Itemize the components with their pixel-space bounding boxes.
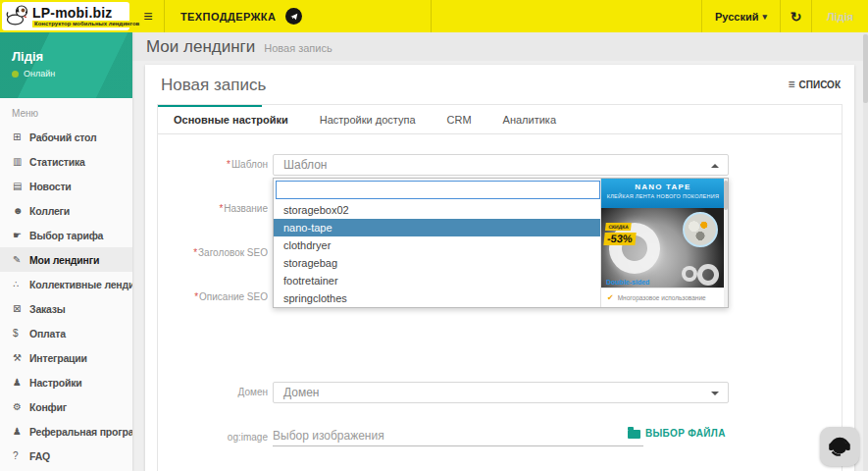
tools-icon: ⚒ [13,352,29,363]
header-username[interactable]: Лідія [811,0,868,32]
active-tab-indicator [158,105,262,107]
tab-main-settings[interactable]: Основные настройки [158,114,304,126]
sidebar-item-faq[interactable]: ?FAQ [0,444,132,468]
template-option[interactable]: footretainer [274,272,601,289]
banner-product-image: СКИДКА -53% Double-sided [601,208,725,288]
domain-select[interactable]: Домен [273,382,729,403]
sidebar-item-payment[interactable]: $Оплата [0,321,132,345]
language-selector[interactable]: Русский ▾ [701,0,780,32]
sidebar-item-integrations[interactable]: ⚒Интеграции [0,345,132,370]
template-option[interactable]: storagebag [274,254,601,272]
template-option[interactable]: clothdryer [274,236,601,254]
brand-name: LP-mobi.biz [32,6,141,21]
page-title: Новая запись [161,76,266,95]
folder-icon [628,430,640,439]
bar-chart-icon: ▥ [13,156,29,167]
users-icon: ☻ [13,205,29,216]
sidebar-item-config[interactable]: ⚙Конфиг [0,394,132,419]
breadcrumb-current: Новая запись [264,42,332,54]
template-option-selected[interactable]: nano-tape [274,219,601,236]
sidebar-user-panel: Лідія Онлайн [0,32,132,98]
nano-tape-banner: NANO TAPE КЛЕЙКАЯ ЛЕНТА НОВОГО ПОКОЛЕНИЯ… [601,179,725,307]
domain-field-label: Домен [158,387,268,397]
sidebar-item-colleagues[interactable]: ☻Коллеги [0,198,132,223]
required-asterisk: * [194,291,198,302]
banner-caption: Double-sided [606,279,649,286]
sidebar-item-settings[interactable]: ♟Настройки [0,370,132,394]
seo-title-field-label: *Заголовок SEO [158,247,268,258]
tab-analytics[interactable]: Аналитика [487,114,572,126]
support-chat-button[interactable] [820,427,859,466]
support-label: ТЕХПОДДЕРЖКА [180,11,276,23]
preview-scrollbar[interactable] [724,179,728,307]
list-button[interactable]: ≡ СПИСОК [789,78,841,91]
choose-file-button[interactable]: ВЫБОР ФАЙЛА [628,428,726,439]
inset-photo [683,212,718,247]
template-preview: NANO TAPE КЛЕЙКАЯ ЛЕНТА НОВОГО ПОКОЛЕНИЯ… [600,179,728,307]
template-option[interactable]: springclothes [274,289,601,307]
sidebar-item-my-landings[interactable]: ✎Мои лендинги [0,247,132,272]
desktop-icon: ⊞ [13,131,29,142]
sidebar: Лідія Онлайн Меню ⊞Рабочий стол ▥Статист… [0,32,132,471]
sidebar-item-orders[interactable]: ⊠Заказы [0,296,132,321]
sidebar-item-statistics[interactable]: ▥Статистика [0,149,132,174]
logo[interactable]: LP-mobi.biz Конструктор мобильных лендин… [2,2,129,30]
top-bar: LP-mobi.biz Конструктор мобильных лендин… [0,0,868,32]
pencil-icon: ✎ [13,254,29,265]
banner-subtitle: КЛЕЙКАЯ ЛЕНТА НОВОГО ПОКОЛЕНИЯ [601,193,725,199]
required-asterisk: * [193,247,197,258]
sidebar-item-collective-landings[interactable]: ∴Коллективные лендинги [0,272,132,296]
chevron-up-icon [711,164,719,168]
telegram-icon [285,8,302,25]
template-select[interactable]: Шаблон [273,154,729,176]
domain-select-placeholder: Домен [283,386,320,399]
share-icon: ∴ [13,279,29,289]
breadcrumb: Мои лендинги Новая запись [132,32,868,61]
news-icon: ▤ [13,181,29,191]
main-area: Мои лендинги Новая запись Новая запись ≡… [132,32,868,471]
ogimage-field-label: og:image [158,432,268,443]
seo-description-field-label: *Описание SEO [158,291,268,302]
sidebar-item-dashboard[interactable]: ⊞Рабочий стол [0,125,132,149]
template-search-input[interactable] [276,181,600,199]
menu-section-label: Меню [0,98,132,125]
ogimage-input[interactable] [273,425,643,446]
user-icon: ♟ [13,377,29,388]
brand-tagline: Конструктор мобильных лендингов [32,21,141,27]
user-plus-icon: ♟ [13,426,29,437]
headset-icon [825,430,854,463]
page-scrollbar[interactable] [863,32,868,471]
required-asterisk: * [227,159,230,170]
required-asterisk: * [219,203,223,214]
template-option[interactable]: storagebox02 [274,201,601,219]
question-icon: ? [13,450,29,461]
small-tape-image [682,266,697,282]
tab-access-settings[interactable]: Настройки доступа [304,114,432,126]
language-label: Русский [715,11,758,23]
box-icon: ⊠ [13,303,29,314]
small-tape-image [697,264,719,286]
template-dropdown: storagebox02 nano-tape clothdryer storag… [273,178,729,308]
sidebar-menu: ⊞Рабочий стол ▥Статистика ▤Новости ☻Колл… [0,125,132,468]
check-icon: ✔ [607,293,614,302]
template-field-label: *Шаблон [158,159,268,170]
dollar-icon: $ [13,328,29,339]
hamburger-menu-icon[interactable]: ≡ [132,0,165,32]
banner-feature-text: Многоразовое использование [618,294,706,301]
landing-form: *Шаблон *Название *Заголовок SEO *Описан… [158,134,842,471]
name-field-label: *Название [158,203,268,214]
online-status-dot [12,71,19,78]
list-icon: ≡ [789,78,795,91]
tab-crm[interactable]: CRM [432,114,487,126]
sidebar-item-news[interactable]: ▤Новости [0,174,132,198]
sidebar-item-tariff[interactable]: ☛Выбор тарифа [0,223,132,247]
support-button[interactable]: ТЕХПОДДЕРЖКА [165,0,432,32]
sidebar-user-name: Лідія [12,49,132,64]
breadcrumb-section: Мои лендинги [146,37,255,57]
template-options-list: storagebox02 nano-tape clothdryer storag… [274,201,601,307]
banner-title: NANO TAPE [601,183,725,191]
form-card: Основные настройки Настройки доступа CRM… [157,104,842,471]
sidebar-item-referral[interactable]: ♟Реферальная программа [0,419,132,444]
gears-icon: ⚙ [13,401,29,412]
refresh-button[interactable]: ↻ [780,0,811,32]
